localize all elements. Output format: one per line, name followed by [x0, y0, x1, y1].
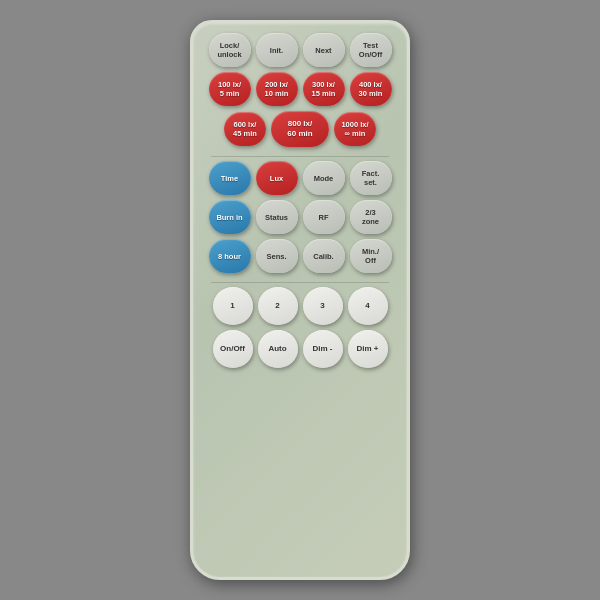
dim-plus-button[interactable]: Dim + — [348, 330, 388, 368]
burn-in-button[interactable]: Burn in — [209, 200, 251, 234]
lux-1000-inf-button[interactable]: 1000 lx/ ∞ min — [334, 112, 376, 146]
lux-300-15-button[interactable]: 300 lx/ 15 min — [303, 72, 345, 106]
auto-button[interactable]: Auto — [258, 330, 298, 368]
status-button[interactable]: Status — [256, 200, 298, 234]
calib-button[interactable]: Calib. — [303, 239, 345, 273]
btn-1-button[interactable]: 1 — [213, 287, 253, 325]
time-button[interactable]: Time — [209, 161, 251, 195]
divider-3 — [211, 156, 389, 157]
button-row-row-burn: Burn inStatusRF2/3 zone — [201, 200, 399, 234]
remote-control: Lock/ unlockInit.NextTest On/Off100 lx/ … — [190, 20, 410, 580]
8hour-button[interactable]: 8 hour — [209, 239, 251, 273]
lux-400-30-button[interactable]: 400 lx/ 30 min — [350, 72, 392, 106]
sens-button[interactable]: Sens. — [256, 239, 298, 273]
rf-button[interactable]: RF — [303, 200, 345, 234]
divider-6 — [211, 282, 389, 283]
btn-4-button[interactable]: 4 — [348, 287, 388, 325]
button-row-row-nums: 1234 — [201, 287, 399, 325]
min-off-button[interactable]: Min./ Off — [350, 239, 392, 273]
lock-unlock-button[interactable]: Lock/ unlock — [209, 33, 251, 67]
lux-button[interactable]: Lux — [256, 161, 298, 195]
mode-button[interactable]: Mode — [303, 161, 345, 195]
button-row-row-bottom: On/OffAutoDim -Dim + — [201, 330, 399, 368]
button-row-row-lux1: 100 lx/ 5 min200 lx/ 10 min300 lx/ 15 mi… — [201, 72, 399, 106]
test-onoff-button[interactable]: Test On/Off — [350, 33, 392, 67]
init-button[interactable]: Init. — [256, 33, 298, 67]
btn-3-button[interactable]: 3 — [303, 287, 343, 325]
button-row-row-mode: TimeLuxModeFact. set. — [201, 161, 399, 195]
btn-2-button[interactable]: 2 — [258, 287, 298, 325]
fact-set-button[interactable]: Fact. set. — [350, 161, 392, 195]
zone-23-button[interactable]: 2/3 zone — [350, 200, 392, 234]
lux-600-45-button[interactable]: 600 lx/ 45 min — [224, 112, 266, 146]
lux-200-10-button[interactable]: 200 lx/ 10 min — [256, 72, 298, 106]
lux-800-60-button[interactable]: 800 lx/ 60 min — [271, 111, 329, 147]
button-row-row-top: Lock/ unlockInit.NextTest On/Off — [201, 33, 399, 67]
dim-min-button[interactable]: Dim - — [303, 330, 343, 368]
lux-100-5-button[interactable]: 100 lx/ 5 min — [209, 72, 251, 106]
button-row-row-sens: 8 hourSens.Calib.Min./ Off — [201, 239, 399, 273]
on-off-button[interactable]: On/Off — [213, 330, 253, 368]
next-button[interactable]: Next — [303, 33, 345, 67]
button-row-row-lux2: 600 lx/ 45 min800 lx/ 60 min1000 lx/ ∞ m… — [201, 111, 399, 147]
